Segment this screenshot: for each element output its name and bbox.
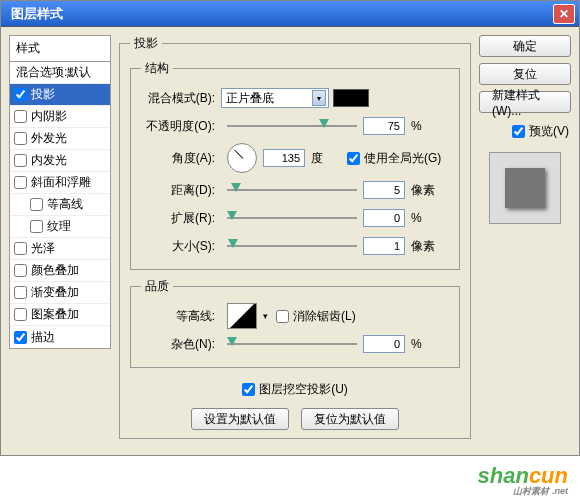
styles-list: 混合选项:默认投影内阴影外发光内发光斜面和浮雕等高线纹理光泽颜色叠加渐变叠加图案… [9,62,111,349]
opacity-slider[interactable] [227,119,357,133]
noise-slider[interactable] [227,337,357,351]
style-item-checkbox[interactable] [30,198,43,211]
style-item-label: 内发光 [31,152,67,169]
watermark: shancun 山村素材 .net [478,463,568,498]
dialog-title: 图层样式 [5,5,63,23]
dialog-actions: 确定 复位 新建样式(W)... 预览(V) [479,35,571,447]
style-item-label: 等高线 [47,196,83,213]
spread-unit: % [411,211,439,225]
contour-label: 等高线: [141,308,221,325]
style-item-label: 斜面和浮雕 [31,174,91,191]
opacity-unit: % [411,119,439,133]
effect-panel: 投影 结构 混合模式(B): 正片叠底 ▾ 不透明度(O): [119,35,471,447]
chevron-down-icon[interactable]: ▾ [263,311,268,321]
style-item-checkbox[interactable] [14,242,27,255]
size-label: 大小(S): [141,238,221,255]
style-item-label: 渐变叠加 [31,284,79,301]
style-item-2[interactable]: 内阴影 [10,106,110,128]
spread-input[interactable] [363,209,405,227]
angle-dial[interactable] [227,143,257,173]
style-item-5[interactable]: 斜面和浮雕 [10,172,110,194]
distance-slider[interactable] [227,183,357,197]
style-item-checkbox[interactable] [14,110,27,123]
style-item-3[interactable]: 外发光 [10,128,110,150]
style-item-12[interactable]: 描边 [10,326,110,348]
angle-input[interactable] [263,149,305,167]
blend-mode-select[interactable]: 正片叠底 ▾ [221,88,329,108]
style-item-6[interactable]: 等高线 [10,194,110,216]
style-item-label: 图案叠加 [31,306,79,323]
style-item-checkbox[interactable] [14,286,27,299]
close-button[interactable]: ✕ [553,4,575,24]
style-item-checkbox[interactable] [14,88,27,101]
quality-group: 品质 等高线: ▾ 消除锯齿(L) 杂色(N): % [130,278,460,368]
reset-default-button[interactable]: 复位为默认值 [301,408,399,430]
blend-mode-label: 混合模式(B): [141,90,221,107]
angle-unit: 度 [311,150,339,167]
style-item-11[interactable]: 图案叠加 [10,304,110,326]
quality-legend: 品质 [141,278,173,295]
style-item-checkbox[interactable] [14,264,27,277]
spread-slider[interactable] [227,211,357,225]
style-item-0[interactable]: 混合选项:默认 [10,62,110,84]
distance-unit: 像素 [411,182,439,199]
layer-style-dialog: 图层样式 ✕ 样式 混合选项:默认投影内阴影外发光内发光斜面和浮雕等高线纹理光泽… [0,0,580,456]
style-item-label: 内阴影 [31,108,67,125]
structure-legend: 结构 [141,60,173,77]
structure-group: 结构 混合模式(B): 正片叠底 ▾ 不透明度(O): % [130,60,460,270]
size-input[interactable] [363,237,405,255]
style-item-checkbox[interactable] [14,308,27,321]
knockout-label: 图层挖空投影(U) [259,381,348,398]
distance-input[interactable] [363,181,405,199]
style-item-label: 外发光 [31,130,67,147]
spread-label: 扩展(R): [141,210,221,227]
styles-header[interactable]: 样式 [9,35,111,62]
size-slider[interactable] [227,239,357,253]
style-item-label: 投影 [31,86,55,103]
titlebar: 图层样式 ✕ [1,1,579,27]
style-item-checkbox[interactable] [30,220,43,233]
style-item-9[interactable]: 颜色叠加 [10,260,110,282]
noise-input[interactable] [363,335,405,353]
antialias-label: 消除锯齿(L) [293,308,356,325]
shadow-color-swatch[interactable] [333,89,369,107]
styles-sidebar: 样式 混合选项:默认投影内阴影外发光内发光斜面和浮雕等高线纹理光泽颜色叠加渐变叠… [9,35,111,447]
preview-checkbox[interactable] [512,125,525,138]
chevron-down-icon: ▾ [312,90,326,106]
size-unit: 像素 [411,238,439,255]
style-item-4[interactable]: 内发光 [10,150,110,172]
opacity-label: 不透明度(O): [141,118,221,135]
panel-title: 投影 [130,35,162,52]
drop-shadow-group: 投影 结构 混合模式(B): 正片叠底 ▾ 不透明度(O): [119,35,471,439]
blend-mode-value: 正片叠底 [226,90,274,107]
style-item-label: 光泽 [31,240,55,257]
ok-button[interactable]: 确定 [479,35,571,57]
contour-picker[interactable] [227,303,257,329]
noise-label: 杂色(N): [141,336,221,353]
style-item-label: 纹理 [47,218,71,235]
new-style-button[interactable]: 新建样式(W)... [479,91,571,113]
distance-label: 距离(D): [141,182,221,199]
style-item-checkbox[interactable] [14,132,27,145]
style-item-label: 混合选项:默认 [16,64,91,81]
style-item-label: 颜色叠加 [31,262,79,279]
style-item-checkbox[interactable] [14,154,27,167]
preview-label: 预览(V) [529,123,569,140]
opacity-input[interactable] [363,117,405,135]
style-item-8[interactable]: 光泽 [10,238,110,260]
antialias-checkbox[interactable] [276,310,289,323]
global-light-checkbox[interactable] [347,152,360,165]
style-item-checkbox[interactable] [14,331,27,344]
style-item-7[interactable]: 纹理 [10,216,110,238]
make-default-button[interactable]: 设置为默认值 [191,408,289,430]
preview-thumbnail [489,152,561,224]
style-item-1[interactable]: 投影 [10,84,110,106]
style-item-10[interactable]: 渐变叠加 [10,282,110,304]
style-item-label: 描边 [31,329,55,346]
global-light-label: 使用全局光(G) [364,150,441,167]
style-item-checkbox[interactable] [14,176,27,189]
angle-label: 角度(A): [141,150,221,167]
cancel-button[interactable]: 复位 [479,63,571,85]
noise-unit: % [411,337,439,351]
knockout-checkbox[interactable] [242,383,255,396]
